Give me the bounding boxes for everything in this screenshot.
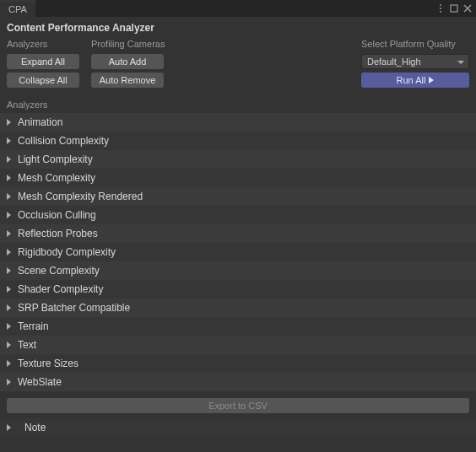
window-tab[interactable]: CPA xyxy=(0,2,35,17)
auto-remove-button[interactable]: Auto Remove xyxy=(91,73,164,88)
foldout-icon xyxy=(7,249,11,256)
analyzer-label: Animation xyxy=(18,116,62,128)
play-icon xyxy=(429,77,434,83)
analyzer-label: WebSlate xyxy=(18,376,62,388)
foldout-icon xyxy=(7,304,11,311)
analyzer-label: Terrain xyxy=(18,320,49,332)
foldout-icon xyxy=(7,424,11,431)
analyzer-row[interactable]: Mesh Complexity Rendered xyxy=(0,187,476,206)
foldout-icon xyxy=(7,342,11,348)
analyzer-label: Collision Complexity xyxy=(18,135,109,147)
analyzer-row[interactable]: Shader Complexity xyxy=(0,280,476,299)
foldout-icon xyxy=(7,119,11,126)
cpa-window: CPA Content Performance Analyzer Analyze… xyxy=(0,0,476,452)
collapse-all-button[interactable]: Collapse All xyxy=(7,73,79,88)
analyzer-row[interactable]: Occlusion Culling xyxy=(0,206,476,224)
run-all-label: Run All xyxy=(397,75,426,85)
page-title: Content Performance Analyzer xyxy=(0,17,476,37)
foldout-icon xyxy=(7,175,11,181)
foldout-icon xyxy=(7,156,11,163)
analyzer-label: Mesh Complexity xyxy=(18,172,95,184)
analyzer-row[interactable]: Light Complexity xyxy=(0,150,476,169)
analyzer-row[interactable]: Terrain xyxy=(0,317,476,336)
close-icon[interactable] xyxy=(462,3,473,13)
bottom-area: Export to CSV Note xyxy=(0,391,476,444)
analyzer-label: Scene Complexity xyxy=(18,265,100,277)
analyzer-row[interactable]: Text xyxy=(0,336,476,354)
analyzer-label: Shader Complexity xyxy=(18,283,103,295)
foldout-icon xyxy=(7,193,11,200)
auto-add-button[interactable]: Auto Add xyxy=(91,54,164,69)
export-csv-button[interactable]: Export to CSV xyxy=(7,398,469,413)
foldout-icon xyxy=(7,286,11,293)
foldout-icon xyxy=(7,360,11,367)
note-row[interactable]: Note xyxy=(0,418,476,437)
analyzer-row[interactable]: Collision Complexity xyxy=(0,132,476,150)
analyzer-label: SRP Batcher Compatible xyxy=(18,302,130,314)
analyzer-row[interactable]: Mesh Complexity xyxy=(0,169,476,187)
run-all-button[interactable]: Run All xyxy=(361,73,469,88)
analyzer-row[interactable]: Animation xyxy=(0,113,476,132)
toolbar: Analyzers Expand All Collapse All Profil… xyxy=(0,37,476,89)
svg-point-0 xyxy=(440,4,441,6)
analyzer-label: Light Complexity xyxy=(18,153,93,165)
foldout-icon xyxy=(7,379,11,385)
analyzer-row[interactable]: Reflection Probes xyxy=(0,224,476,243)
context-menu-icon[interactable] xyxy=(435,3,446,13)
analyzer-row[interactable]: WebSlate xyxy=(0,373,476,391)
note-label: Note xyxy=(24,422,46,433)
quality-label: Select Platform Quality xyxy=(361,39,456,49)
foldout-icon xyxy=(7,267,11,274)
analyzer-label: Reflection Probes xyxy=(18,228,98,239)
analyzer-row[interactable]: SRP Batcher Compatible xyxy=(0,299,476,317)
svg-point-1 xyxy=(440,8,441,9)
toolbar-col-analyzers: Analyzers Expand All Collapse All xyxy=(7,39,91,88)
toolbar-col-quality: Select Platform Quality Default_High Run… xyxy=(361,39,469,88)
analyzer-row[interactable]: Rigidbody Complexity xyxy=(0,243,476,261)
analyzer-label: Text xyxy=(18,339,36,351)
titlebar-spacer xyxy=(35,0,432,17)
svg-rect-3 xyxy=(451,5,457,12)
analyzers-list: AnimationCollision ComplexityLight Compl… xyxy=(0,113,476,391)
foldout-icon xyxy=(7,212,11,218)
analyzers-col-label: Analyzers xyxy=(7,39,91,49)
window-controls xyxy=(432,0,476,17)
analyzer-row[interactable]: Texture Sizes xyxy=(0,354,476,373)
quality-dropdown-value: Default_High xyxy=(367,56,421,67)
analyzer-row[interactable]: Scene Complexity xyxy=(0,261,476,280)
foldout-icon xyxy=(7,137,11,144)
analyzer-label: Mesh Complexity Rendered xyxy=(18,191,143,202)
expand-all-button[interactable]: Expand All xyxy=(7,54,79,69)
quality-dropdown[interactable]: Default_High xyxy=(361,54,469,69)
window-tab-title: CPA xyxy=(8,4,27,14)
svg-point-2 xyxy=(440,11,441,13)
maximize-icon[interactable] xyxy=(449,3,459,13)
foldout-icon xyxy=(7,230,11,237)
cameras-col-label: Profiling Cameras xyxy=(91,39,192,49)
analyzers-section-label: Analyzers xyxy=(0,89,476,113)
titlebar: CPA xyxy=(0,0,476,17)
foldout-icon xyxy=(7,323,11,330)
toolbar-col-cameras: Profiling Cameras Auto Add Auto Remove xyxy=(91,39,192,88)
analyzer-label: Texture Sizes xyxy=(18,358,78,369)
analyzer-label: Occlusion Culling xyxy=(18,209,96,221)
analyzer-label: Rigidbody Complexity xyxy=(18,246,116,258)
